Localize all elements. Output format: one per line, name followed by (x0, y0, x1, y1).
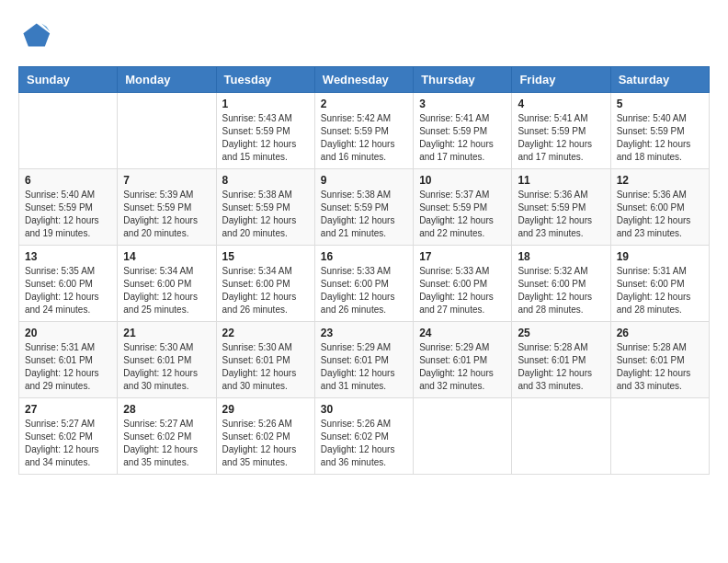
day-number: 11 (518, 174, 604, 187)
calendar-cell (414, 398, 512, 475)
day-number: 18 (518, 250, 604, 263)
day-info: Sunrise: 5:30 AMSunset: 6:01 PMDaylight:… (123, 341, 210, 393)
calendar-cell: 22Sunrise: 5:30 AMSunset: 6:01 PMDayligh… (216, 322, 314, 398)
day-number: 12 (617, 174, 703, 187)
calendar-cell: 26Sunrise: 5:28 AMSunset: 6:01 PMDayligh… (610, 322, 709, 398)
day-info: Sunrise: 5:34 AMSunset: 6:00 PMDaylight:… (222, 265, 309, 316)
day-number: 26 (617, 327, 703, 339)
calendar-week-row: 20Sunrise: 5:31 AMSunset: 6:01 PMDayligh… (19, 322, 710, 398)
weekday-header-sunday: Sunday (19, 67, 118, 93)
calendar-cell: 4Sunrise: 5:41 AMSunset: 5:59 PMDaylight… (512, 93, 610, 169)
day-number: 1 (222, 98, 309, 110)
calendar-week-row: 27Sunrise: 5:27 AMSunset: 6:02 PMDayligh… (19, 398, 710, 475)
calendar-cell: 7Sunrise: 5:39 AMSunset: 5:59 PMDaylight… (118, 169, 216, 246)
day-info: Sunrise: 5:40 AMSunset: 5:59 PMDaylight:… (25, 189, 111, 240)
calendar-cell: 2Sunrise: 5:42 AMSunset: 5:59 PMDaylight… (314, 93, 413, 169)
calendar-cell: 8Sunrise: 5:38 AMSunset: 5:59 PMDaylight… (216, 169, 314, 246)
calendar-cell: 25Sunrise: 5:28 AMSunset: 6:01 PMDayligh… (512, 322, 610, 398)
calendar-header: SundayMondayTuesdayWednesdayThursdayFrid… (19, 67, 710, 93)
day-info: Sunrise: 5:27 AMSunset: 6:02 PMDaylight:… (25, 418, 111, 469)
calendar-cell: 3Sunrise: 5:41 AMSunset: 5:59 PMDaylight… (414, 93, 512, 169)
calendar-cell: 20Sunrise: 5:31 AMSunset: 6:01 PMDayligh… (19, 322, 118, 398)
day-info: Sunrise: 5:40 AMSunset: 5:59 PMDaylight:… (617, 112, 703, 164)
calendar-cell: 10Sunrise: 5:37 AMSunset: 5:59 PMDayligh… (414, 169, 512, 246)
day-info: Sunrise: 5:29 AMSunset: 6:01 PMDaylight:… (419, 341, 506, 393)
day-number: 15 (222, 250, 309, 263)
day-info: Sunrise: 5:36 AMSunset: 6:00 PMDaylight:… (617, 189, 703, 240)
day-info: Sunrise: 5:32 AMSunset: 6:00 PMDaylight:… (518, 265, 604, 316)
weekday-header-thursday: Thursday (414, 67, 512, 93)
day-info: Sunrise: 5:38 AMSunset: 5:59 PMDaylight:… (321, 189, 407, 240)
day-number: 9 (321, 174, 407, 187)
weekday-header-row: SundayMondayTuesdayWednesdayThursdayFrid… (19, 67, 710, 93)
day-number: 10 (419, 174, 506, 187)
day-info: Sunrise: 5:30 AMSunset: 6:01 PMDaylight:… (222, 341, 309, 393)
day-info: Sunrise: 5:26 AMSunset: 6:02 PMDaylight:… (222, 418, 309, 469)
calendar-cell: 1Sunrise: 5:43 AMSunset: 5:59 PMDaylight… (216, 93, 314, 169)
day-number: 23 (321, 327, 407, 339)
day-number: 28 (123, 403, 210, 416)
weekday-header-friday: Friday (512, 67, 610, 93)
calendar-cell: 29Sunrise: 5:26 AMSunset: 6:02 PMDayligh… (216, 398, 314, 475)
day-info: Sunrise: 5:35 AMSunset: 6:00 PMDaylight:… (25, 265, 111, 316)
day-number: 7 (123, 174, 210, 187)
weekday-header-saturday: Saturday (610, 67, 709, 93)
day-number: 14 (123, 250, 210, 263)
day-number: 2 (321, 98, 407, 110)
day-info: Sunrise: 5:38 AMSunset: 5:59 PMDaylight:… (222, 189, 309, 240)
day-info: Sunrise: 5:41 AMSunset: 5:59 PMDaylight:… (419, 112, 506, 164)
calendar-cell: 12Sunrise: 5:36 AMSunset: 6:00 PMDayligh… (610, 169, 709, 246)
calendar-cell: 14Sunrise: 5:34 AMSunset: 6:00 PMDayligh… (118, 246, 216, 322)
calendar-cell: 9Sunrise: 5:38 AMSunset: 5:59 PMDaylight… (314, 169, 413, 246)
logo-icon (18, 18, 51, 52)
calendar-table: SundayMondayTuesdayWednesdayThursdayFrid… (18, 66, 710, 475)
day-info: Sunrise: 5:43 AMSunset: 5:59 PMDaylight:… (222, 112, 309, 164)
day-number: 13 (25, 250, 111, 263)
day-number: 21 (123, 327, 210, 339)
calendar-body: 1Sunrise: 5:43 AMSunset: 5:59 PMDaylight… (19, 93, 710, 475)
calendar-cell (19, 93, 118, 169)
calendar-cell: 17Sunrise: 5:33 AMSunset: 6:00 PMDayligh… (414, 246, 512, 322)
day-number: 24 (419, 327, 506, 339)
day-number: 6 (25, 174, 111, 187)
day-info: Sunrise: 5:26 AMSunset: 6:02 PMDaylight:… (321, 418, 407, 469)
calendar-week-row: 6Sunrise: 5:40 AMSunset: 5:59 PMDaylight… (19, 169, 710, 246)
day-number: 3 (419, 98, 506, 110)
weekday-header-monday: Monday (118, 67, 216, 93)
calendar-cell: 11Sunrise: 5:36 AMSunset: 5:59 PMDayligh… (512, 169, 610, 246)
calendar-week-row: 1Sunrise: 5:43 AMSunset: 5:59 PMDaylight… (19, 93, 710, 169)
day-number: 30 (321, 403, 407, 416)
weekday-header-wednesday: Wednesday (314, 67, 413, 93)
calendar-cell: 27Sunrise: 5:27 AMSunset: 6:02 PMDayligh… (19, 398, 118, 475)
day-number: 16 (321, 250, 407, 263)
day-info: Sunrise: 5:41 AMSunset: 5:59 PMDaylight:… (518, 112, 604, 164)
day-info: Sunrise: 5:36 AMSunset: 5:59 PMDaylight:… (518, 189, 604, 240)
calendar-cell: 24Sunrise: 5:29 AMSunset: 6:01 PMDayligh… (414, 322, 512, 398)
day-number: 17 (419, 250, 506, 263)
calendar-cell: 15Sunrise: 5:34 AMSunset: 6:00 PMDayligh… (216, 246, 314, 322)
day-number: 19 (617, 250, 703, 263)
day-info: Sunrise: 5:28 AMSunset: 6:01 PMDaylight:… (518, 341, 604, 393)
logo (18, 18, 57, 52)
calendar-cell: 13Sunrise: 5:35 AMSunset: 6:00 PMDayligh… (19, 246, 118, 322)
day-number: 5 (617, 98, 703, 110)
calendar-cell (118, 93, 216, 169)
calendar-cell: 6Sunrise: 5:40 AMSunset: 5:59 PMDaylight… (19, 169, 118, 246)
day-info: Sunrise: 5:28 AMSunset: 6:01 PMDaylight:… (617, 341, 703, 393)
calendar-cell: 21Sunrise: 5:30 AMSunset: 6:01 PMDayligh… (118, 322, 216, 398)
day-number: 8 (222, 174, 309, 187)
day-number: 20 (25, 327, 111, 339)
weekday-header-tuesday: Tuesday (216, 67, 314, 93)
day-number: 22 (222, 327, 309, 339)
day-number: 27 (25, 403, 111, 416)
day-info: Sunrise: 5:39 AMSunset: 5:59 PMDaylight:… (123, 189, 210, 240)
calendar-cell: 30Sunrise: 5:26 AMSunset: 6:02 PMDayligh… (314, 398, 413, 475)
calendar-cell (610, 398, 709, 475)
day-info: Sunrise: 5:27 AMSunset: 6:02 PMDaylight:… (123, 418, 210, 469)
calendar-week-row: 13Sunrise: 5:35 AMSunset: 6:00 PMDayligh… (19, 246, 710, 322)
day-info: Sunrise: 5:33 AMSunset: 6:00 PMDaylight:… (419, 265, 506, 316)
calendar-cell: 5Sunrise: 5:40 AMSunset: 5:59 PMDaylight… (610, 93, 709, 169)
day-info: Sunrise: 5:42 AMSunset: 5:59 PMDaylight:… (321, 112, 407, 164)
day-info: Sunrise: 5:34 AMSunset: 6:00 PMDaylight:… (123, 265, 210, 316)
day-number: 29 (222, 403, 309, 416)
